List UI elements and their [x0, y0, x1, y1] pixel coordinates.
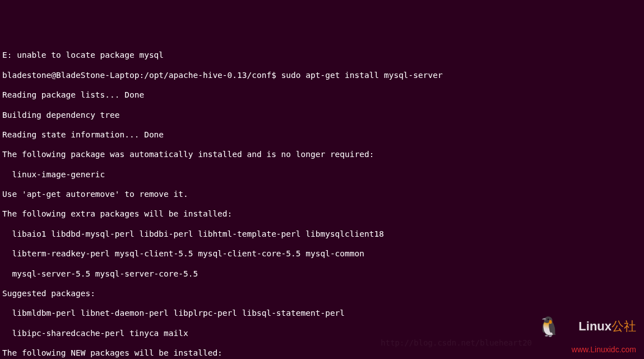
prompt-path: /opt/apache-hive-0.13/conf: [144, 71, 271, 80]
output-line: Reading state information... Done: [2, 130, 642, 140]
watermark-url: www.Linuxidc.com: [572, 345, 636, 355]
watermark-brand-en: Linux: [578, 319, 611, 333]
output-line: Reading package lists... Done: [2, 90, 642, 100]
command-text: sudo apt-get install mysql-server: [281, 71, 443, 80]
output-line: Building dependency tree: [2, 111, 642, 121]
watermark: 🐧 Linux公社 www.Linuxidc.com: [537, 308, 636, 355]
prompt-line: bladestone@BladeStone-Laptop:/opt/apache…: [2, 71, 642, 81]
output-line: libterm-readkey-perl mysql-client-5.5 my…: [2, 249, 642, 259]
output-line: libaio1 libdbd-mysql-perl libdbi-perl li…: [2, 229, 642, 240]
output-line: The following package was automatically …: [2, 150, 642, 160]
output-line: Use 'apt-get autoremove' to remove it.: [2, 190, 642, 200]
output-line: Suggested packages:: [2, 289, 642, 299]
prompt-user-host: bladestone@BladeStone-Laptop: [2, 71, 139, 80]
output-line: The following extra packages will be ins…: [2, 209, 642, 219]
truncated-line: E: unable to locate package mysql: [2, 50, 642, 61]
penguin-icon: 🐧: [537, 317, 560, 336]
watermark-brand-cn: 公社: [611, 319, 636, 333]
output-line: linux-image-generic: [2, 170, 642, 180]
output-line: mysql-server-5.5 mysql-server-core-5.5: [2, 269, 642, 279]
prompt-symbol: $: [271, 71, 276, 80]
